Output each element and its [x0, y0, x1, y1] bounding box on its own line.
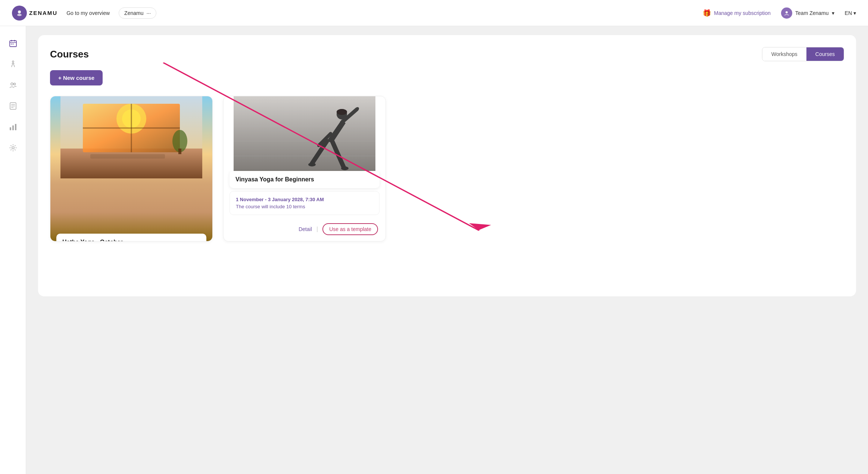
course-card: Hatha Yoga - October 1 - 22 October 2027…	[50, 96, 213, 241]
svg-point-0	[18, 10, 21, 13]
course-actions: Detail | Use as a template	[224, 218, 385, 241]
sidebar-item-settings[interactable]	[5, 140, 21, 156]
tab-workshops[interactable]: Workshops	[762, 47, 806, 61]
svg-point-11	[13, 83, 15, 85]
logo-icon	[12, 6, 27, 21]
team-name: Team Zenamu	[795, 10, 828, 16]
course-title: Hatha Yoga - October	[62, 239, 123, 241]
top-nav: ZENAMU Go to my overview Zenamu ··· 🎁 Ma…	[0, 0, 868, 26]
lang-label: EN	[845, 10, 852, 16]
courses-grid: Hatha Yoga - October 1 - 22 October 2027…	[50, 96, 386, 241]
workspace-name: Zenamu	[124, 10, 143, 16]
language-selector[interactable]: EN ▾	[845, 10, 856, 16]
svg-point-19	[12, 147, 14, 149]
svg-point-42	[317, 144, 320, 147]
gift-icon: 🎁	[703, 9, 711, 17]
svg-rect-29	[90, 154, 165, 159]
detail-link[interactable]: Detail	[299, 226, 312, 232]
svg-point-44	[341, 166, 349, 170]
page-title: Courses	[50, 49, 89, 60]
sidebar-item-yoga[interactable]	[5, 56, 21, 72]
svg-rect-30	[234, 96, 375, 178]
svg-rect-17	[12, 125, 14, 130]
svg-marker-46	[469, 223, 491, 230]
tab-courses[interactable]: Courses	[806, 47, 844, 61]
course-image	[50, 96, 212, 241]
logo-text: ZENAMU	[29, 10, 57, 16]
course-date: 1 November - 3 January 2028, 7:30 AM	[236, 197, 373, 202]
lang-chevron-icon: ▾	[853, 10, 856, 16]
tab-group: Workshops Courses	[762, 47, 844, 61]
svg-rect-18	[15, 124, 16, 130]
course-terms: The course will include 10 terms	[236, 204, 373, 209]
courses-page-card: Courses Workshops Courses + New course	[38, 35, 856, 296]
team-chevron-icon: ▾	[832, 10, 834, 16]
svg-point-41	[356, 107, 359, 110]
page-header: Courses Workshops Courses	[50, 47, 844, 61]
content-area: Courses Workshops Courses + New course	[26, 26, 868, 474]
workspace-more: ···	[146, 10, 151, 16]
svg-point-43	[308, 163, 316, 166]
svg-point-36	[337, 109, 347, 115]
use-as-template-button[interactable]: Use as a template	[322, 223, 378, 235]
svg-point-10	[11, 83, 13, 85]
course-title: Vinyasa Yoga for Beginners	[235, 176, 314, 183]
logo: ZENAMU	[12, 6, 57, 21]
manage-sub-label: Manage my subscription	[714, 10, 771, 16]
svg-rect-16	[10, 127, 11, 130]
course-info-box: 1 November - 3 January 2028, 7:30 AM The…	[230, 191, 380, 215]
sidebar-item-analytics[interactable]	[5, 119, 21, 135]
course-card: Vinyasa Yoga for Beginners 1 November - …	[223, 96, 386, 241]
svg-rect-7	[11, 44, 12, 44]
sidebar	[0, 26, 26, 474]
new-course-button[interactable]: + New course	[50, 70, 103, 85]
sidebar-item-notes[interactable]	[5, 98, 21, 114]
sidebar-item-calendar[interactable]	[5, 35, 21, 52]
svg-rect-8	[12, 44, 13, 44]
main-layout: Courses Workshops Courses + New course	[0, 26, 868, 474]
course-image	[224, 96, 385, 178]
course-title-box: Hatha Yoga - October	[56, 234, 206, 241]
action-divider: |	[316, 226, 318, 233]
svg-point-1	[17, 14, 22, 16]
overview-link[interactable]: Go to my overview	[66, 10, 110, 16]
sidebar-item-groups[interactable]	[5, 77, 21, 93]
svg-point-2	[786, 11, 788, 13]
team-avatar	[781, 7, 792, 19]
course-title-box: Vinyasa Yoga for Beginners	[230, 171, 380, 188]
team-selector[interactable]: Team Zenamu ▾	[781, 7, 834, 19]
manage-subscription[interactable]: 🎁 Manage my subscription	[703, 9, 771, 17]
svg-rect-28	[178, 149, 181, 154]
workspace-pill[interactable]: Zenamu ···	[119, 7, 156, 19]
nav-right: 🎁 Manage my subscription Team Zenamu ▾ E…	[703, 7, 856, 19]
